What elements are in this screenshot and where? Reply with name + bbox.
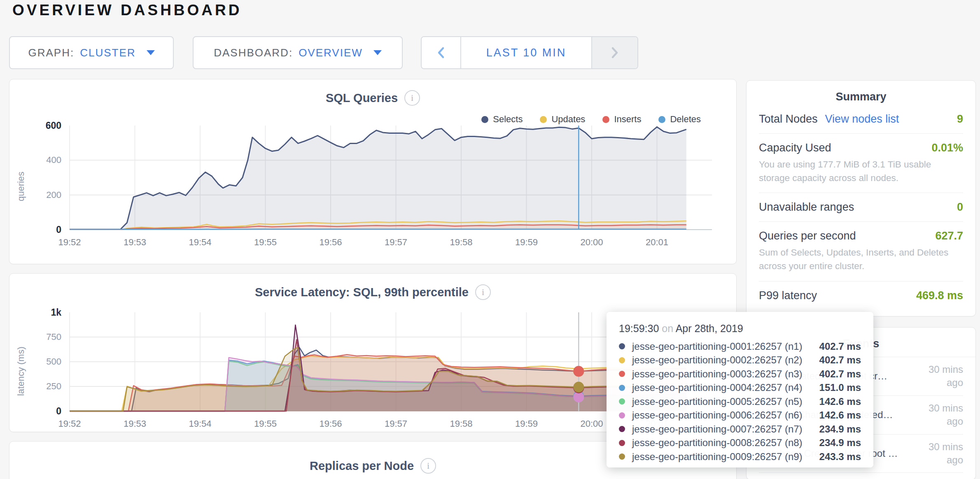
dashboard-dropdown-label: DASHBOARD: [214, 47, 293, 59]
summary-row-main: Unavailable ranges0 [759, 201, 963, 214]
view-nodes-list-link[interactable]: View nodes list [825, 113, 899, 126]
node-color-dot-icon [619, 343, 625, 349]
time-range-next-button[interactable] [591, 37, 637, 68]
dashboard-dropdown[interactable]: DASHBOARD: OVERVIEW [193, 36, 403, 69]
summary-row-main: Total NodesView nodes list9 [759, 113, 963, 126]
tooltip-node-value: 402.7 ms [819, 368, 861, 380]
node-color-dot-icon [619, 440, 625, 446]
y-tick-label: 0 [56, 224, 61, 235]
x-tick-label: 19:58 [450, 237, 472, 248]
legend-label: Updates [551, 114, 585, 125]
legend-item-updates[interactable]: Updates [540, 114, 585, 125]
chevron-left-icon [436, 46, 446, 60]
sql-chart-title: SQL Queries [326, 91, 398, 105]
summary-rows: Total NodesView nodes list9Capacity Used… [747, 105, 975, 310]
tooltip-row: jesse-geo-partitioning-0002:26257 (n2)40… [619, 353, 861, 367]
x-tick-label: 19:55 [254, 237, 277, 248]
legend-item-inserts[interactable]: Inserts [602, 114, 641, 125]
tooltip-node-value: 142.6 ms [819, 409, 861, 421]
sql-y-axis-label: queries [16, 172, 26, 201]
x-tick-label: 19:59 [515, 237, 538, 248]
time-range-label[interactable]: LAST 10 MIN [461, 37, 591, 68]
page-title: OVERVIEW DASHBOARD [12, 2, 242, 19]
graph-dropdown[interactable]: GRAPH: CLUSTER [9, 36, 174, 69]
x-tick-label: 19:58 [450, 419, 472, 429]
event-time: 30 mins ago [915, 363, 963, 390]
node-color-dot-icon [619, 398, 625, 405]
node-color-dot-icon [619, 453, 625, 460]
tooltip-node-name: jesse-geo-partitioning-0006:26257 (n6) [632, 409, 812, 421]
tooltip-row: jesse-geo-partitioning-0004:26257 (n4)15… [619, 381, 861, 395]
node-color-dot-icon [619, 385, 625, 391]
summary-value: 0.01% [931, 142, 963, 154]
x-tick-label: 19:57 [385, 237, 407, 248]
tooltip-node-value: 234.9 ms [819, 437, 861, 449]
x-tick-label: 19:52 [58, 237, 81, 248]
x-tick-label: 19:56 [319, 237, 342, 248]
tooltip-row: jesse-geo-partitioning-0003:26257 (n3)40… [619, 367, 861, 381]
tooltip-node-value: 234.9 ms [819, 423, 861, 435]
y-tick-label: 500 [46, 356, 61, 367]
node-color-dot-icon [619, 412, 625, 419]
tooltip-node-name: jesse-geo-partitioning-0008:26257 (n8) [632, 437, 812, 449]
tooltip-node-name: jesse-geo-partitioning-0007:26257 (n7) [632, 423, 812, 435]
summary-row: Total NodesView nodes list9 [759, 105, 963, 134]
summary-subtext: You are using 177.7 MiB of 3.1 TiB usabl… [759, 158, 963, 185]
summary-subtext: Sum of Selects, Updates, Inserts, and De… [759, 246, 963, 273]
info-icon[interactable]: i [404, 90, 420, 106]
legend-dot-icon [602, 116, 609, 123]
node-color-dot-icon [619, 371, 625, 377]
tooltip-time: 19:59:30 [619, 323, 659, 334]
summary-label: Unavailable ranges [759, 201, 854, 214]
graph-dropdown-label: GRAPH: [28, 47, 74, 59]
x-tick-label: 20:01 [646, 237, 668, 248]
summary-value: 469.8 ms [916, 289, 963, 302]
tooltip-node-value: 402.7 ms [819, 354, 861, 366]
x-tick-label: 19:53 [124, 237, 146, 248]
x-tick-label: 19:54 [189, 419, 211, 429]
tooltip-rows: jesse-geo-partitioning-0001:26257 (n1)40… [619, 339, 861, 464]
legend-item-selects[interactable]: Selects [481, 114, 523, 125]
chevron-down-icon [373, 50, 382, 55]
latency-hover-tooltip: 19:59:30 on Apr 28th, 2019 jesse-geo-par… [607, 312, 873, 467]
dashboard-dropdown-value: OVERVIEW [299, 47, 363, 59]
x-tick-label: 19:54 [189, 237, 211, 248]
tooltip-on-word: on [662, 323, 673, 334]
node-color-dot-icon [619, 426, 625, 432]
legend-item-deletes[interactable]: Deletes [658, 114, 701, 125]
legend-label: Deletes [670, 114, 701, 125]
tooltip-node-name: jesse-geo-partitioning-0002:26257 (n2) [632, 354, 812, 366]
tooltip-row: jesse-geo-partitioning-0008:26257 (n8)23… [619, 436, 861, 450]
info-icon[interactable]: i [475, 284, 491, 300]
tooltip-row: jesse-geo-partitioning-0006:26257 (n6)14… [619, 409, 861, 423]
summary-value: 9 [957, 113, 963, 126]
y-tick-label: 0 [56, 406, 61, 417]
summary-row: Capacity Used0.01%You are using 177.7 Mi… [759, 134, 963, 193]
summary-panel: Summary Total NodesView nodes list9Capac… [746, 80, 976, 316]
summary-label: Capacity Used [759, 142, 831, 154]
tooltip-node-name: jesse-geo-partitioning-0003:26257 (n3) [632, 368, 812, 380]
latency-chart-title: Service Latency: SQL, 99th percentile [255, 286, 469, 299]
summary-label: P99 latency [759, 289, 817, 302]
y-tick-label: 600 [46, 120, 61, 131]
tooltip-date: Apr 28th, 2019 [676, 323, 743, 334]
event-time: 30 mins ago [915, 402, 963, 428]
overview-dashboard-page: OVERVIEW DASHBOARD GRAPH: CLUSTER DASHBO… [0, 0, 980, 479]
node-color-dot-icon [619, 357, 625, 363]
event-row: Table Created: User root cr…30 mins ago [759, 473, 963, 479]
x-tick-label: 20:00 [580, 419, 603, 429]
info-icon[interactable]: i [420, 458, 436, 474]
tooltip-node-value: 402.7 ms [819, 341, 861, 352]
sql-chart-svg[interactable] [70, 125, 712, 230]
legend-label: Selects [493, 114, 523, 125]
y-tick-label: 750 [46, 332, 61, 342]
sql-queries-plot[interactable]: queries 020040060019:5219:5319:5419:5519… [70, 125, 712, 248]
tooltip-node-value: 243.3 ms [819, 451, 861, 463]
tooltip-node-name: jesse-geo-partitioning-0005:26257 (n5) [632, 396, 812, 407]
tooltip-node-value: 151.0 ms [819, 382, 861, 393]
time-range-prev-button[interactable] [422, 37, 461, 68]
graph-dropdown-value: CLUSTER [80, 47, 135, 59]
x-tick-label: 19:52 [58, 419, 81, 429]
sql-chart-legend: SelectsUpdatesInsertsDeletes [481, 114, 701, 125]
summary-value: 627.7 [935, 230, 963, 242]
